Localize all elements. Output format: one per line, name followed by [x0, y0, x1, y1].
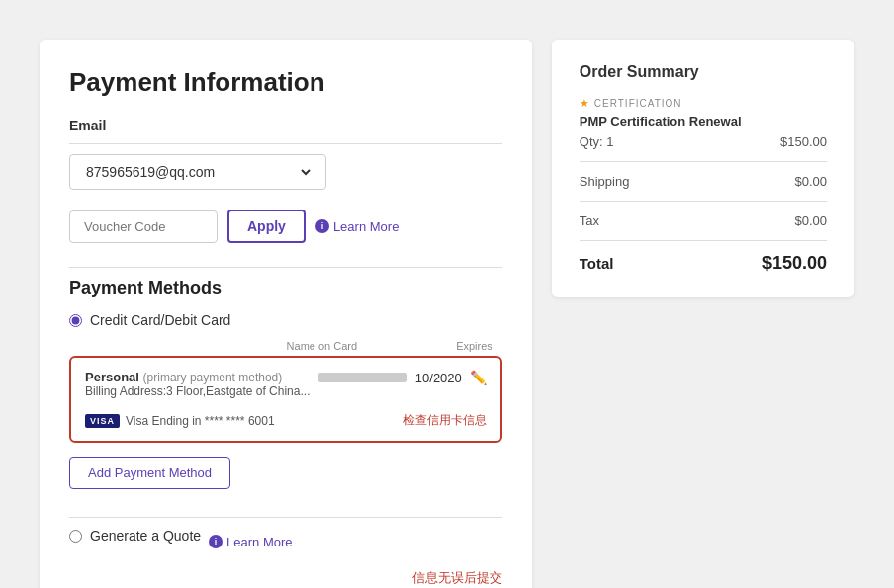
generate-quote-radio-label[interactable]: Generate a Quote	[69, 528, 201, 544]
generate-quote-radio[interactable]	[69, 530, 82, 543]
email-label: Email	[69, 118, 502, 133]
card-expires-area: 10/2020 ✏️	[318, 370, 487, 385]
quote-learn-more-label: Learn More	[226, 535, 292, 549]
check-card-link[interactable]: 检查信用卡信息	[403, 412, 487, 429]
email-dropdown[interactable]: 875965619@qq.com	[82, 163, 313, 181]
visa-text: VISA Visa Ending in **** **** 6001	[85, 414, 275, 428]
qty-label: Qty: 1	[580, 134, 614, 149]
info-icon-2: i	[209, 535, 223, 548]
section-divider	[69, 267, 502, 268]
primary-tag: (primary payment method)	[143, 371, 283, 384]
card-info-top: Personal (primary payment method) Billin…	[85, 370, 487, 406]
cert-name: PMP Certification Renewal	[580, 114, 827, 128]
order-divider-3	[580, 240, 827, 241]
total-price: $150.00	[762, 253, 827, 274]
payment-methods-title: Payment Methods	[69, 278, 502, 298]
qty-price: $150.00	[780, 134, 827, 149]
tax-price: $0.00	[794, 213, 827, 228]
tax-row: Tax $0.00	[580, 213, 827, 228]
edit-icon[interactable]: ✏️	[470, 370, 487, 385]
expires-header: Expires	[456, 340, 492, 352]
card-billing-address: Billing Address:3 Floor,Eastgate of Chin…	[85, 384, 310, 398]
info-icon: i	[315, 219, 329, 233]
expires-date: 10/2020	[415, 371, 462, 385]
name-on-card-area	[318, 373, 407, 382]
add-payment-button[interactable]: Add Payment Method	[69, 457, 230, 489]
shipping-row: Shipping $0.00	[580, 174, 827, 189]
quote-row: Generate a Quote i Learn More	[69, 528, 502, 555]
order-summary-title: Order Summary	[580, 63, 827, 81]
visa-badge: VISA	[85, 414, 120, 428]
card-box: Personal (primary payment method) Billin…	[69, 356, 502, 443]
credit-card-label: Credit Card/Debit Card	[90, 312, 230, 328]
name-on-card-header: Name on Card	[287, 340, 358, 352]
card-visa-row: VISA Visa Ending in **** **** 6001 检查信用卡…	[85, 412, 487, 429]
voucher-row: Apply i Learn More	[69, 210, 502, 243]
payment-left-panel: Payment Information Email 875965619@qq.c…	[40, 40, 532, 588]
card-header-row: Name on Card Expires	[69, 340, 502, 352]
credit-card-radio[interactable]	[69, 314, 82, 327]
shipping-price: $0.00	[794, 174, 827, 189]
redacted-name	[318, 373, 407, 382]
card-personal-info: Personal (primary payment method) Billin…	[85, 370, 310, 406]
order-summary-panel: Order Summary ★ CERTIFICATION PMP Certif…	[552, 40, 854, 297]
quote-divider	[69, 517, 502, 518]
generate-quote-label: Generate a Quote	[90, 528, 201, 544]
tax-label: Tax	[580, 213, 599, 228]
credit-card-radio-label[interactable]: Credit Card/Debit Card	[69, 312, 502, 328]
cert-tag: ★ CERTIFICATION	[580, 97, 827, 110]
shipping-label: Shipping	[580, 174, 630, 189]
voucher-learn-more-link[interactable]: i Learn More	[315, 219, 399, 234]
submit-note: 信息无误后提交	[69, 569, 502, 587]
apply-button[interactable]: Apply	[227, 210, 306, 243]
email-section: Email 875965619@qq.com	[69, 118, 502, 190]
order-divider-2	[580, 201, 827, 202]
email-divider	[69, 143, 502, 144]
page-title: Payment Information	[69, 67, 502, 98]
cert-icon: ★	[580, 97, 590, 110]
qty-row: Qty: 1 $150.00	[580, 134, 827, 149]
total-row: Total $150.00	[580, 253, 827, 274]
voucher-learn-more-label: Learn More	[333, 219, 399, 234]
card-personal-label: Personal (primary payment method)	[85, 370, 310, 384]
total-label: Total	[580, 255, 614, 272]
order-divider-1	[580, 161, 827, 162]
voucher-input[interactable]	[69, 210, 218, 243]
quote-learn-more-link[interactable]: i Learn More	[209, 535, 292, 549]
visa-ending-text: Visa Ending in **** **** 6001	[126, 414, 275, 428]
email-select-wrapper[interactable]: 875965619@qq.com	[69, 154, 326, 190]
